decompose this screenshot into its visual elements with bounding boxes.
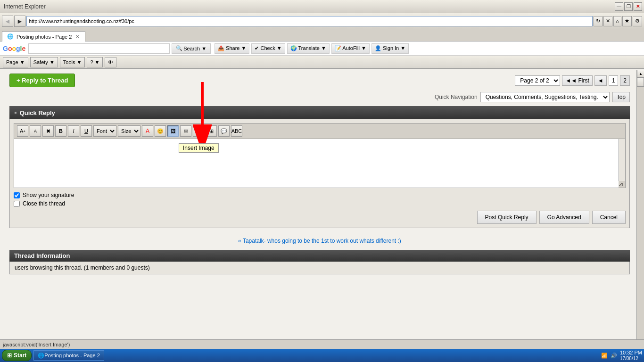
quick-nav-area: Quick Navigation Questions, Comments, Su… bbox=[9, 92, 630, 102]
editor-toolbar: A+ A ✖ B I U Font Size A 😊 🖼 ✉ bbox=[14, 123, 626, 139]
bullet-icon: ▪ bbox=[14, 108, 17, 117]
bold-button[interactable]: B bbox=[55, 125, 66, 137]
cancel-button[interactable]: Cancel bbox=[592, 211, 626, 224]
thread-info-body: users browsing this thread. (1 members a… bbox=[9, 262, 630, 274]
quick-reply-body: A+ A ✖ B I U Font Size A 😊 🖼 ✉ bbox=[9, 119, 630, 228]
show-signature-row: Show your signature bbox=[14, 192, 626, 198]
share-button[interactable]: 📤 Share ▼ bbox=[215, 43, 249, 54]
nav-bar: ◄ ► ↻ ✕ ⌂ ★ ⚙ bbox=[0, 13, 644, 29]
refresh-button[interactable]: ↻ bbox=[594, 16, 603, 26]
close-thread-row: Close this thread bbox=[14, 200, 626, 207]
google-logo: Google bbox=[3, 45, 25, 52]
page-number-1[interactable]: 1 bbox=[609, 75, 619, 86]
check-button[interactable]: ✔ Check ▼ bbox=[251, 43, 285, 54]
insert-image-tooltip: Insert Image bbox=[179, 143, 219, 153]
maximize-button[interactable]: ❐ bbox=[624, 2, 633, 11]
signin-button[interactable]: 👤 Sign In ▼ bbox=[372, 43, 409, 54]
close-thread-label: Close this thread bbox=[23, 200, 65, 207]
quick-reply-header: ▪ Quick Reply bbox=[9, 106, 630, 119]
google-toolbar: Google 🔍 Search ▼ 📤 Share ▼ ✔ Check ▼ 🌍 … bbox=[0, 41, 644, 56]
google-search-input[interactable] bbox=[28, 43, 170, 54]
tab-bar: 🌐 Posting photos - Page 2 ✕ bbox=[0, 29, 644, 41]
show-signature-label: Show your signature bbox=[23, 192, 74, 198]
favorites-button[interactable]: ★ bbox=[622, 16, 632, 26]
size-select[interactable]: Size bbox=[118, 125, 140, 137]
insert-email-button[interactable]: ✉ bbox=[180, 125, 191, 137]
insert-image-button[interactable]: 🖼 bbox=[167, 125, 179, 137]
autofill-button[interactable]: 📝 AutoFill ▼ bbox=[331, 43, 370, 54]
quick-reply-title: Quick Reply bbox=[20, 109, 55, 116]
insert-quote-button[interactable]: 💬 bbox=[218, 125, 230, 137]
tapatalk-area: « Tapatalk- whos going to be the 1st to … bbox=[9, 232, 630, 250]
page-menu-button[interactable]: Page ▼ bbox=[3, 57, 28, 67]
address-bar[interactable] bbox=[26, 16, 593, 26]
emoji-button[interactable]: 😊 bbox=[155, 125, 166, 137]
help-menu-button[interactable]: ? ▼ bbox=[87, 57, 103, 67]
titlebar-controls: — ❐ ✕ bbox=[615, 2, 642, 11]
prev-page-button[interactable]: ◄ bbox=[594, 75, 607, 86]
ie-toolbar: Page ▼ Safety ▼ Tools ▼ ? ▼ 👁 bbox=[0, 56, 644, 69]
thread-information-section: Thread Information users browsing this t… bbox=[9, 250, 630, 274]
google-extras: 📤 Share ▼ ✔ Check ▼ 🌍 Translate ▼ 📝 Auto… bbox=[215, 43, 409, 54]
forward-button[interactable]: ► bbox=[14, 16, 25, 27]
content-inner: + Reply to Thread Page 2 of 2 ◄◄ First ◄… bbox=[0, 69, 644, 279]
browser-titlebar: Internet Explorer — ❐ ✕ bbox=[0, 0, 644, 13]
search-icon: 🔍 bbox=[176, 45, 182, 51]
titlebar-title: Internet Explorer bbox=[2, 3, 46, 10]
font-select[interactable]: Font bbox=[93, 125, 116, 137]
settings-button[interactable]: ⚙ bbox=[633, 16, 642, 26]
back-button[interactable]: ◄ bbox=[2, 16, 13, 27]
safety-menu-button[interactable]: Safety ▼ bbox=[30, 57, 58, 67]
quick-nav-select[interactable]: Questions, Comments, Suggestions, Testin… bbox=[480, 92, 610, 102]
editor-wrapper: ⊿ bbox=[14, 139, 626, 188]
font-size-increase-button[interactable]: A+ bbox=[17, 125, 28, 137]
pagination-area: Page 2 of 2 ◄◄ First ◄ 1 2 bbox=[515, 75, 630, 86]
show-signature-checkbox[interactable] bbox=[14, 192, 20, 198]
editor-scrollbar[interactable] bbox=[619, 139, 625, 188]
font-color-button[interactable]: A bbox=[142, 125, 153, 137]
insert-table-button[interactable]: ⊞ bbox=[206, 125, 217, 137]
editor-area-container: Insert Image ⊿ bbox=[14, 139, 626, 188]
google-search-button[interactable]: 🔍 Search ▼ bbox=[172, 43, 211, 54]
page-dropdown[interactable]: Page 2 of 2 bbox=[515, 75, 560, 86]
home-button[interactable]: ⌂ bbox=[613, 16, 621, 26]
quick-nav-label: Quick Navigation bbox=[435, 94, 478, 100]
go-advanced-button[interactable]: Go Advanced bbox=[539, 211, 589, 224]
scroll-thumb[interactable] bbox=[637, 77, 644, 87]
tab-label: Posting photos - Page 2 bbox=[17, 34, 72, 40]
top-button[interactable]: Top bbox=[612, 92, 630, 102]
spellcheck-button[interactable]: ABC bbox=[231, 125, 242, 137]
remove-format-button[interactable]: ✖ bbox=[42, 125, 54, 137]
italic-button[interactable]: I bbox=[68, 125, 79, 137]
accessibility-button[interactable]: 👁 bbox=[105, 57, 116, 67]
close-thread-checkbox[interactable] bbox=[14, 201, 20, 207]
page-number-2[interactable]: 2 bbox=[620, 75, 630, 86]
minimize-button[interactable]: — bbox=[615, 2, 623, 11]
reply-to-thread-button[interactable]: + Reply to Thread bbox=[9, 74, 75, 87]
thread-info-header: Thread Information bbox=[9, 250, 630, 262]
active-tab[interactable]: 🌐 Posting photos - Page 2 ✕ bbox=[2, 31, 85, 41]
thread-info-text: users browsing this thread. (1 members a… bbox=[15, 264, 150, 271]
underline-button[interactable]: U bbox=[81, 125, 92, 137]
right-scrollbar[interactable]: ▲ ▼ bbox=[636, 70, 644, 339]
checkbox-area: Show your signature Close this thread bbox=[14, 192, 626, 207]
reply-text-input[interactable] bbox=[14, 139, 625, 186]
reply-area: + Reply to Thread Page 2 of 2 ◄◄ First ◄… bbox=[9, 74, 630, 87]
action-buttons: Post Quick Reply Go Advanced Cancel bbox=[14, 211, 626, 224]
tab-favicon: 🌐 bbox=[7, 33, 14, 40]
tapatalk-link[interactable]: « Tapatalk- whos going to be the 1st to … bbox=[238, 238, 401, 244]
post-quick-reply-button[interactable]: Post Quick Reply bbox=[477, 211, 537, 224]
font-size-decrease-button[interactable]: A bbox=[30, 125, 41, 137]
quick-reply-section: ▪ Quick Reply A+ A ✖ B I U Font Size bbox=[9, 106, 630, 228]
tab-close-button[interactable]: ✕ bbox=[74, 34, 80, 39]
insert-link-button[interactable]: 🔗 bbox=[193, 125, 204, 137]
stop-button[interactable]: ✕ bbox=[603, 16, 612, 26]
translate-button[interactable]: 🌍 Translate ▼ bbox=[287, 43, 330, 54]
close-button[interactable]: ✕ bbox=[634, 2, 642, 11]
main-content: + Reply to Thread Page 2 of 2 ◄◄ First ◄… bbox=[0, 69, 644, 339]
tools-menu-button[interactable]: Tools ▼ bbox=[60, 57, 85, 67]
editor-resize-handle[interactable]: ⊿ bbox=[619, 181, 625, 188]
scroll-up-button[interactable]: ▲ bbox=[637, 70, 644, 77]
first-page-button[interactable]: ◄◄ First bbox=[562, 75, 592, 86]
